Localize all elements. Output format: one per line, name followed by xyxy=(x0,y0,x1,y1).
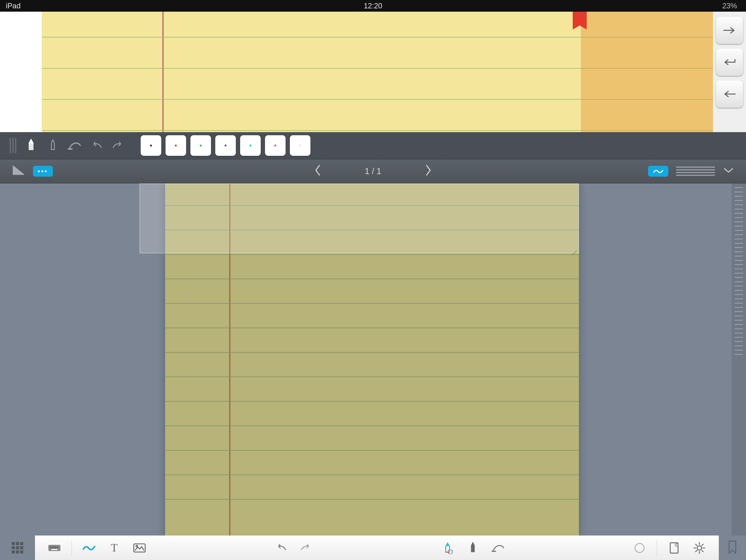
color-swatch-2[interactable] xyxy=(166,135,186,156)
strip-lines-icon[interactable] xyxy=(676,167,715,176)
undo-bottom-button[interactable] xyxy=(269,538,293,558)
text-mode-button[interactable]: T xyxy=(103,538,126,558)
svg-point-15 xyxy=(52,547,53,548)
svg-rect-6 xyxy=(20,542,23,545)
zoom-writing-panel[interactable] xyxy=(0,12,746,132)
svg-rect-10 xyxy=(12,551,15,554)
zoom-advance-region xyxy=(581,12,713,132)
color-swatch-5[interactable] xyxy=(240,135,261,156)
bookmark-icon[interactable] xyxy=(573,12,587,30)
settings-button[interactable] xyxy=(688,538,711,558)
pen-tool-button[interactable] xyxy=(24,139,38,152)
bottom-toolbar: T xyxy=(0,535,746,560)
color-swatch-3[interactable] xyxy=(191,135,211,156)
eraser-tool-button[interactable] xyxy=(67,139,82,152)
keyboard-button[interactable] xyxy=(43,538,66,558)
zoom-left-gutter xyxy=(0,12,42,132)
status-bar: iPad 12:20 23% xyxy=(0,0,746,12)
svg-point-28 xyxy=(697,546,701,550)
color-swatch-6[interactable] xyxy=(265,135,286,156)
svg-rect-9 xyxy=(20,546,23,549)
svg-rect-4 xyxy=(12,542,15,545)
bookmark-toggle-button[interactable] xyxy=(719,535,746,560)
clock: 12:20 xyxy=(364,2,382,10)
svg-point-21 xyxy=(136,545,138,547)
highlighter-tool-button[interactable] xyxy=(46,139,60,152)
shape-tool-button[interactable] xyxy=(628,538,651,558)
page-settings-button[interactable] xyxy=(662,538,686,558)
redo-bottom-button[interactable] xyxy=(294,538,318,558)
ruler-icon[interactable] xyxy=(12,164,25,178)
svg-text:T: T xyxy=(111,541,118,554)
color-swatch-1[interactable] xyxy=(141,135,161,156)
zoom-viewport-box[interactable] xyxy=(140,184,579,253)
drag-grip-icon[interactable] xyxy=(10,138,16,153)
redo-button[interactable] xyxy=(111,139,125,152)
undo-button[interactable] xyxy=(89,139,103,152)
svg-rect-18 xyxy=(51,549,58,550)
zoom-paper[interactable] xyxy=(42,12,713,132)
svg-rect-20 xyxy=(134,544,145,552)
battery-pct: 23% xyxy=(722,2,737,10)
svg-point-14 xyxy=(50,547,51,548)
svg-point-25 xyxy=(635,543,644,553)
next-page-button[interactable] xyxy=(424,164,433,178)
more-options-badge[interactable] xyxy=(33,166,53,177)
back-button[interactable] xyxy=(716,80,743,108)
eraser-style-button[interactable] xyxy=(486,538,510,558)
color-swatch-7[interactable] xyxy=(290,135,311,156)
svg-rect-11 xyxy=(16,551,19,554)
collapse-button[interactable] xyxy=(723,166,734,176)
svg-rect-5 xyxy=(16,542,19,545)
prev-page-button[interactable] xyxy=(313,164,322,178)
return-button[interactable] xyxy=(716,49,743,76)
bottom-toolbar-main: T xyxy=(35,535,719,560)
svg-point-16 xyxy=(55,547,56,548)
image-insert-button[interactable] xyxy=(128,538,151,558)
svg-point-17 xyxy=(57,547,58,548)
device-label: iPad xyxy=(6,2,21,10)
color-swatch-4[interactable] xyxy=(215,135,236,156)
svg-rect-7 xyxy=(12,546,15,549)
writing-mode-badge[interactable] xyxy=(648,166,668,177)
color-swatches xyxy=(141,135,311,156)
apps-grid-button[interactable] xyxy=(0,535,35,560)
resize-handle-icon[interactable] xyxy=(568,243,577,251)
canvas-area[interactable] xyxy=(0,184,746,535)
draw-mode-button[interactable] xyxy=(77,538,101,558)
highlighter-style-button[interactable] xyxy=(461,538,485,558)
tab-forward-button[interactable] xyxy=(716,17,743,44)
page-nav-bar: 1 / 1 xyxy=(0,159,746,184)
side-ruler[interactable] xyxy=(731,184,746,535)
svg-rect-12 xyxy=(20,551,23,554)
svg-rect-8 xyxy=(16,546,19,549)
zoom-button-column xyxy=(713,12,746,132)
pen-style-button[interactable] xyxy=(436,538,459,558)
page-indicator: 1 / 1 xyxy=(365,166,381,176)
zoom-toolbar xyxy=(0,132,746,159)
zoom-margin-line xyxy=(162,12,164,132)
